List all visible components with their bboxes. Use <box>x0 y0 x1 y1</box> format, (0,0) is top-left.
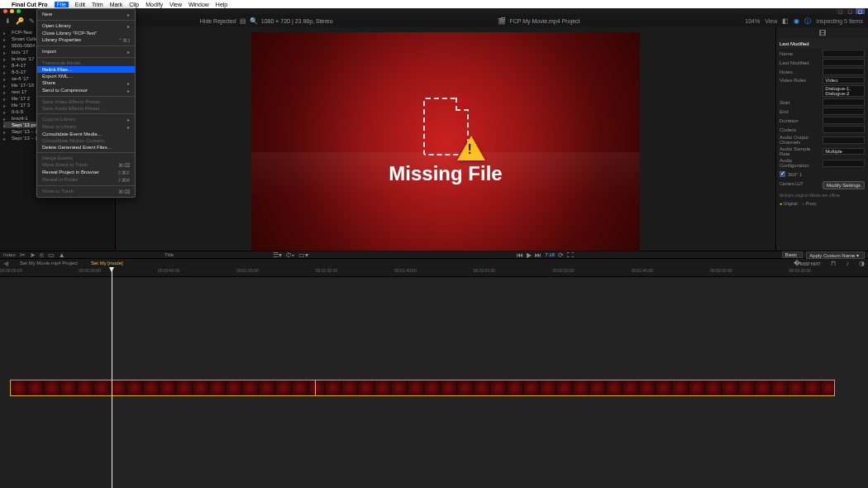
menu-item[interactable]: Send to Compressor▸ <box>37 87 135 94</box>
clip-thumbnail[interactable] <box>408 380 424 395</box>
clip-thumbnail[interactable] <box>441 380 457 395</box>
clip-thumbnail[interactable] <box>705 380 722 395</box>
clip-thumbnail[interactable] <box>358 380 374 395</box>
clip-thumbnail[interactable] <box>176 380 193 395</box>
clip-thumbnail[interactable] <box>193 380 209 395</box>
fullscreen-icon[interactable]: ⛶ <box>567 251 574 259</box>
menu-item[interactable]: Reveal Project in Browser⇧⌘F <box>37 169 135 176</box>
clip-thumbnail[interactable] <box>275 380 292 395</box>
clip-thumbnail[interactable] <box>126 380 143 395</box>
menu-edit[interactable]: Edit <box>75 2 85 7</box>
viewer[interactable]: Missing File <box>116 32 775 251</box>
workspace-tab-1[interactable]: ◻ <box>836 8 845 14</box>
clip-thumbnail[interactable] <box>424 380 441 395</box>
clip-thumbnail[interactable] <box>11 380 27 395</box>
tool-arrow-icon[interactable]: ➤ <box>30 251 36 259</box>
apply-name-button[interactable]: Apply Custom Name ▾ <box>806 251 865 259</box>
workspace-tab-2[interactable]: ◻ <box>846 8 855 14</box>
minimize-icon[interactable] <box>10 9 14 13</box>
clip-thumbnail[interactable] <box>292 380 308 395</box>
menu-item[interactable]: New▸ <box>37 11 135 18</box>
clip-thumbnail[interactable] <box>689 380 705 395</box>
menu-view[interactable]: View <box>169 2 182 7</box>
list-view-icon[interactable]: ▤ <box>240 17 246 25</box>
clip-filter-icon[interactable]: ▭▾ <box>298 251 308 259</box>
tool-cut-icon[interactable]: ✂ <box>20 251 26 259</box>
menu-help[interactable]: Help <box>216 2 227 7</box>
retime-icon[interactable]: ⏱▾ <box>285 251 295 259</box>
clip-thumbnail[interactable] <box>27 380 44 395</box>
zoom-percent[interactable]: 104% <box>745 18 760 24</box>
clip-thumbnail[interactable] <box>308 380 325 395</box>
clip-thumbnail[interactable] <box>341 380 358 395</box>
clip-thumbnail[interactable] <box>60 380 77 395</box>
clip-thumbnail[interactable] <box>507 380 523 395</box>
menu-item[interactable]: Close Library "FCP-Test" <box>37 30 135 36</box>
clip-thumbnail[interactable] <box>474 380 490 395</box>
clip-thumbnail[interactable] <box>457 380 474 395</box>
timecode-display[interactable]: 7:18 <box>545 252 555 257</box>
clip-thumbnail[interactable] <box>209 380 226 395</box>
inspector-field[interactable] <box>823 126 865 133</box>
filter-popup[interactable]: Hide Rejected <box>200 18 236 24</box>
clip-thumbnail[interactable] <box>259 380 275 395</box>
clip-thumbnail[interactable] <box>226 380 242 395</box>
color-icon[interactable]: ◉ <box>794 17 799 25</box>
import-icon[interactable]: ⬇ <box>5 17 11 25</box>
clip-thumbnail[interactable] <box>771 380 788 395</box>
search-icon[interactable]: 🔍 <box>250 17 258 25</box>
clip-thumbnail[interactable] <box>143 380 160 395</box>
menu-item[interactable]: Consolidate Event Media… <box>37 131 135 137</box>
view-menu[interactable]: View <box>765 18 777 24</box>
menu-item[interactable]: Share▸ <box>37 79 135 87</box>
project-name[interactable]: FCP My Movie.mp4 Project <box>509 18 579 24</box>
clip-thumbnail[interactable] <box>755 380 771 395</box>
clip-thumbnail[interactable] <box>573 380 589 395</box>
index-button[interactable]: Index <box>3 252 16 257</box>
project-tab-1[interactable]: Set My Movie.mp4 Project <box>18 261 79 266</box>
menu-file[interactable]: File <box>55 2 69 7</box>
scope-icon[interactable]: ◧ <box>782 17 789 25</box>
inspector-field[interactable] <box>823 59 865 66</box>
prev-edit-icon[interactable]: ⏮ <box>517 251 523 259</box>
snapping-icon[interactable]: �магнит <box>794 260 821 267</box>
clip-thumbnail[interactable] <box>391 380 408 395</box>
skimming-icon[interactable]: ⊓ <box>831 260 836 267</box>
video-tab-icon[interactable]: 🎞 <box>819 30 826 37</box>
clip-thumbnail[interactable] <box>160 380 176 395</box>
tool-connect-icon[interactable]: ⎋ <box>40 251 44 259</box>
project-tab-2[interactable]: Set My [mode] <box>89 261 125 266</box>
clip-thumbnail[interactable] <box>77 380 93 395</box>
settings-popup-icon[interactable]: ☰▾ <box>273 251 282 259</box>
clip-thumbnail[interactable] <box>788 380 804 395</box>
app-name[interactable]: Final Cut Pro <box>12 2 48 7</box>
clip-thumbnail[interactable] <box>672 380 689 395</box>
menu-item[interactable]: Delete Generated Event Files… <box>37 144 135 151</box>
tool-pointer-icon[interactable]: ▲ <box>59 251 65 259</box>
zoom-icon[interactable] <box>17 9 21 13</box>
inspector-field[interactable] <box>823 160 865 167</box>
menu-item[interactable]: Export XML… <box>37 73 135 79</box>
menu-modify[interactable]: Modify <box>145 2 163 7</box>
clip-thumbnail[interactable] <box>523 380 540 395</box>
camera-checkbox[interactable] <box>780 171 785 177</box>
modify-settings-button[interactable]: Modify Settings <box>823 181 865 189</box>
menu-trim[interactable]: Trim <box>92 2 103 7</box>
menu-item[interactable]: Open Library▸ <box>37 22 135 30</box>
clip-thumbnail[interactable] <box>738 380 755 395</box>
inspector-field[interactable] <box>823 98 865 106</box>
clip-thumbnail[interactable] <box>556 380 573 395</box>
clip-thumbnail[interactable] <box>656 380 672 395</box>
metadata-view-popup[interactable]: Basic <box>782 251 804 258</box>
play-icon[interactable]: ▶ <box>527 251 532 259</box>
clip-thumbnail[interactable] <box>589 380 606 395</box>
clip-thumbnail[interactable] <box>540 380 556 395</box>
clip-thumbnail[interactable] <box>821 380 835 395</box>
inspector-field[interactable] <box>823 50 865 57</box>
timeline-ruler[interactable]: 00:00:00:0000:00:20:0000:00:40:0000:01:0… <box>0 267 868 277</box>
clip-thumbnail[interactable] <box>622 380 639 395</box>
inspector-field[interactable] <box>823 136 865 144</box>
clip-thumbnail[interactable] <box>639 380 656 395</box>
tool-icon[interactable]: ✎ <box>29 17 35 25</box>
loop-icon[interactable]: ⟳ <box>558 251 564 259</box>
